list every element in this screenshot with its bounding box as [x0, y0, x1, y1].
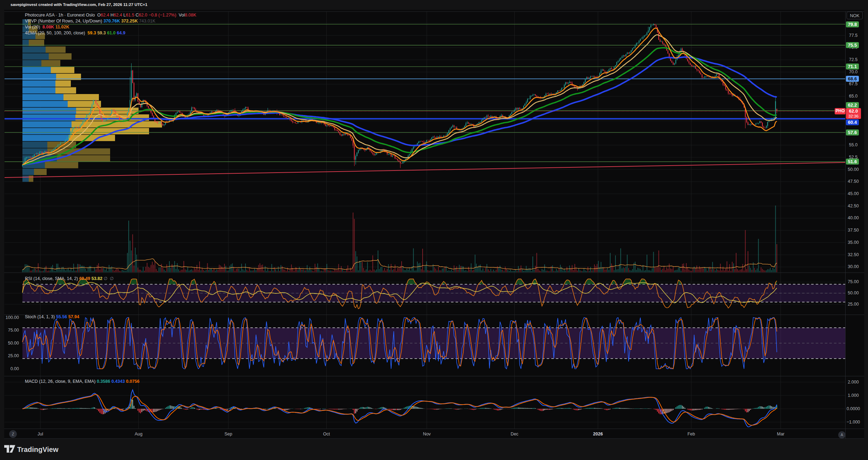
svg-text:TradingView: TradingView	[17, 446, 59, 453]
